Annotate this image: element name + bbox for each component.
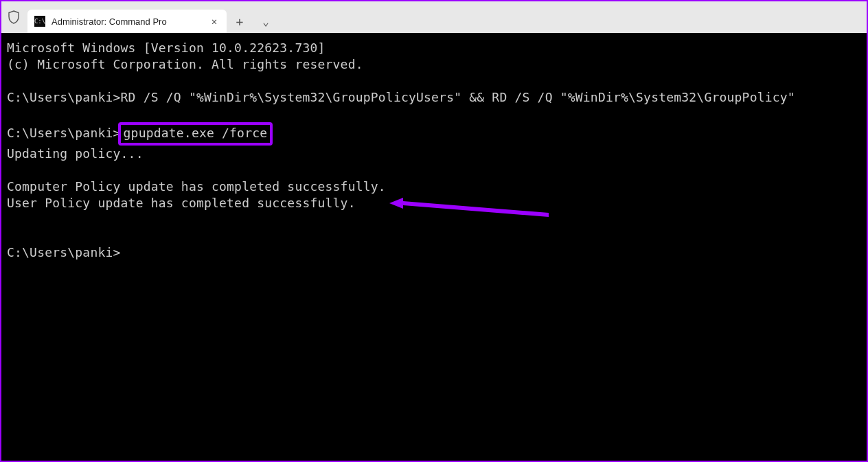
prompt: C:\Users\panki> [7,90,121,104]
copyright-line: (c) Microsoft Corporation. All rights re… [7,57,363,71]
cmd-icon: C:\ [34,16,45,27]
updating-line: Updating policy... [7,146,144,161]
highlighted-command: gpupdate.exe /force [118,122,273,146]
computer-policy-line: Computer Policy update has completed suc… [7,179,386,194]
new-tab-button[interactable]: + [227,10,253,33]
titlebar: C:\ Administrator: Command Pro ✕ + ⌄ [1,1,867,33]
tab-dropdown-button[interactable]: ⌄ [253,10,279,33]
tab-title: Administrator: Command Pro [52,16,203,27]
command-rd: RD /S /Q "%WinDir%\System32\GroupPolicyU… [121,90,795,104]
prompt: C:\Users\panki> [7,245,121,259]
plus-icon: + [236,14,244,29]
close-icon[interactable]: ✕ [209,16,220,27]
tab-active[interactable]: C:\ Administrator: Command Pro ✕ [27,10,227,33]
shield-icon [7,10,21,24]
chevron-down-icon: ⌄ [262,15,269,28]
user-policy-line: User Policy update has completed success… [7,196,356,210]
terminal-output[interactable]: Microsoft Windows [Version 10.0.22623.73… [1,33,867,268]
version-line: Microsoft Windows [Version 10.0.22623.73… [7,41,326,55]
prompt: C:\Users\panki> [7,126,121,140]
